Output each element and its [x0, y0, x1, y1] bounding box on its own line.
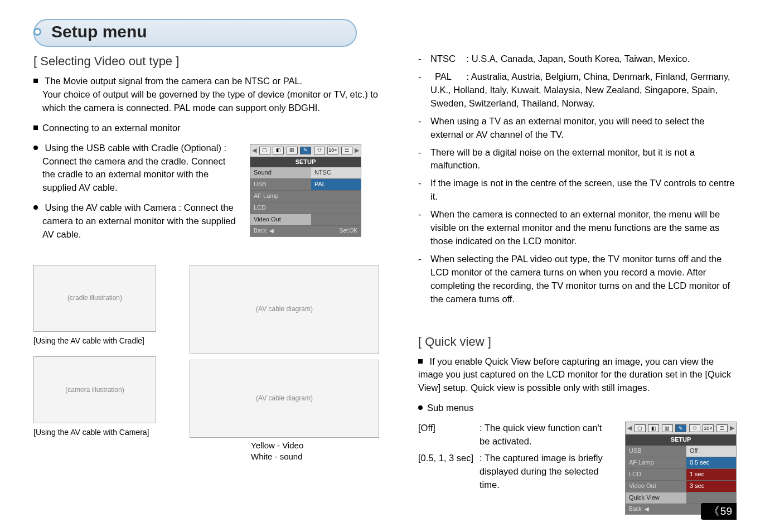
- setup-menu-box-1: ◀ ▢ ◧ ▥ ✎ ⚇ 10× ☰ ▶ SETUP SoundNTSCUSBPA…: [250, 144, 361, 237]
- av-camera-body: camera to an external monitor with the s…: [33, 215, 240, 241]
- pal-label: PAL: [430, 70, 464, 84]
- sub-off-val: : The quick view function can't be activ…: [480, 422, 608, 448]
- menu-item-left: LCD: [626, 469, 686, 481]
- menu-tab-icon: ▥: [287, 147, 298, 154]
- menu1: ◀ ▢ ◧ ▥ ✎ ⚇ 10× ☰ ▶ SETUP SoundNTSCUSBPA…: [250, 144, 361, 237]
- illustration-area: (cradle illustration) [Using the AV cabl…: [33, 265, 379, 462]
- illus-cap-camera: [Using the AV cable with Camera]: [33, 427, 178, 438]
- menu-tab-icon: ▢: [259, 147, 270, 154]
- menu1-back: Back: ◀: [254, 227, 274, 235]
- para-movie-output-line1: The Movie output signal from the camera …: [45, 76, 302, 86]
- menu2-title: SETUP: [626, 434, 736, 446]
- menu-item-left: USB: [250, 179, 311, 191]
- menu-item-right: 1 sec: [686, 469, 736, 481]
- note-tv-channel: - When using a TV as an external monitor…: [418, 115, 737, 142]
- note4-text: When the camera is connected to an exter…: [430, 208, 737, 248]
- menu-item-right: PAL: [311, 179, 361, 191]
- menu1-tabs: ◀ ▢ ◧ ▥ ✎ ⚇ 10× ☰ ▶: [250, 144, 361, 157]
- illus-right-col: (AV cable diagram) (AV cable diagram) Ye…: [190, 265, 379, 462]
- illus-bottom-cable: (AV cable diagram): [190, 360, 379, 438]
- para-av-camera: Using the AV cable with Camera : Connect…: [33, 201, 240, 241]
- menu-tab-icon: ⚇: [689, 424, 700, 432]
- ntsc-text: : U.S.A, Canada, Japan, South Korea, Tai…: [467, 54, 690, 64]
- menu2-back: Back: ◀: [629, 505, 649, 514]
- ntsc-label: NTSC: [430, 52, 464, 66]
- left-column: [ Selecting Video out type ] The Movie o…: [33, 52, 379, 515]
- menu-item-right: [311, 202, 361, 214]
- illus-cradle-image: (cradle illustration): [33, 265, 156, 332]
- right-notes-list: - NTSC : U.S.A, Canada, Japan, South Kor…: [418, 52, 737, 306]
- page-header: Setup menu: [33, 22, 737, 41]
- menu1-footer: Back: ◀ Set:OK: [250, 226, 361, 236]
- content-columns: [ Selecting Video out type ] The Movie o…: [33, 52, 737, 515]
- illus-cap-cradle: [Using the AV cable with Cradle]: [33, 335, 178, 346]
- setup-menu-box-2: ◀ ▢ ◧ ▥ ✎ ⚇ 10× ☰ ▶ SETUP USBOffAF Lamp0…: [625, 422, 737, 515]
- menu-item-left: AF Lamp: [250, 191, 311, 202]
- sub-sec-key: [0.5, 1, 3 sec]: [418, 452, 480, 492]
- menu-tab-icon: ⚇: [314, 147, 325, 154]
- menu-tab-icon: 10×: [703, 424, 714, 432]
- note-menu-visible: - When the camera is connected to an ext…: [418, 208, 737, 248]
- menu-item-right: Off: [686, 446, 736, 457]
- menu-tab-icon: ◧: [648, 424, 659, 432]
- usb-row: Using the USB cable with Cradle (Optiona…: [33, 142, 379, 248]
- menu-tab-icon: ▢: [635, 424, 646, 432]
- menu2: ◀ ▢ ◧ ▥ ✎ ⚇ 10× ☰ ▶ SETUP USBOffAF Lamp0…: [625, 422, 737, 515]
- menu-tab-icon: 10×: [327, 147, 338, 154]
- page-title: Setup menu: [51, 22, 147, 41]
- menu-item-left: USB: [626, 446, 686, 457]
- note-ntsc: - NTSC : U.S.A, Canada, Japan, South Kor…: [418, 52, 737, 66]
- sub-off: [Off] : The quick view function can't be…: [418, 422, 608, 448]
- menu-item-right: 0.5 sec: [686, 457, 736, 469]
- menu-item-right: NTSC: [311, 167, 361, 179]
- para-movie-output: The Movie output signal from the camera …: [33, 75, 379, 115]
- cable-color-label: Yellow - Video White - sound: [251, 440, 379, 462]
- page-number: 59: [701, 503, 737, 520]
- menu-item-left: Quick View: [626, 492, 686, 504]
- menu-item-right: [311, 214, 361, 226]
- menu1-set: Set:OK: [340, 227, 357, 235]
- menu-tab-icon: ◧: [273, 147, 284, 154]
- note-centre: - If the image is not in the centre of t…: [418, 177, 737, 204]
- illus-top-cable: (AV cable diagram): [190, 265, 379, 354]
- menu-tab-icon-active: ✎: [675, 424, 686, 432]
- menu-item-left: Video Out: [626, 481, 686, 492]
- para-sub-menus: Sub menus: [418, 402, 737, 415]
- sub-sec: [0.5, 1, 3 sec] : The captured image is …: [418, 452, 608, 492]
- illus-camera-image: (camera illustration): [33, 356, 156, 423]
- menu2-tabs: ◀ ▢ ◧ ▥ ✎ ⚇ 10× ☰ ▶: [626, 422, 736, 434]
- sub-sec-val: : The captured image is briefly displaye…: [480, 452, 608, 492]
- menu-item-left: Video Out: [250, 214, 311, 226]
- note-digital-noise: - There will be a digital noise on the e…: [418, 146, 737, 173]
- pal-text: : Australia, Austria, Belgium, China, De…: [430, 71, 730, 108]
- section-heading-quick-view: [ Quick view ]: [418, 333, 737, 351]
- sub-menu-block: [Off] : The quick view function can't be…: [418, 422, 737, 515]
- menu2-rows: USBOffAF Lamp0.5 secLCD1 secVideo Out3 s…: [626, 446, 736, 504]
- av-camera-title: Using the AV cable with Camera : Connect…: [45, 202, 234, 212]
- section-heading-video-out: [ Selecting Video out type ]: [33, 52, 379, 70]
- menu-tab-icon-active: ✎: [300, 147, 311, 154]
- menu1-rows: SoundNTSCUSBPALAF LampLCDVideo Out: [250, 167, 361, 226]
- menu-tab-icon: ☰: [716, 424, 728, 432]
- illus-left-col: (cradle illustration) [Using the AV cabl…: [33, 265, 178, 462]
- usb-cradle-body: Connect the camera and the cradle. Conne…: [33, 155, 240, 195]
- note2-text: There will be a digital noise on the ext…: [430, 146, 737, 173]
- note-pal: - PAL : Australia, Austria, Belgium, Chi…: [418, 70, 737, 110]
- sub-off-key: [Off]: [418, 422, 480, 448]
- para-connecting: Connecting to an external monitor: [33, 122, 379, 135]
- menu-tab-icon: ☰: [341, 147, 352, 154]
- menu-item-left: AF Lamp: [626, 457, 686, 469]
- usb-cradle-title: Using the USB cable with Cradle (Optiona…: [45, 143, 227, 153]
- para-usb-cradle: Using the USB cable with Cradle (Optiona…: [33, 142, 240, 195]
- menu-item-right: [686, 492, 736, 504]
- menu-item-right: [311, 191, 361, 202]
- qv-intro-text: If you enable Quick View before capturin…: [418, 356, 731, 393]
- note1-text: When using a TV as an external monitor, …: [430, 115, 737, 142]
- usb-text-block: Using the USB cable with Cradle (Optiona…: [33, 142, 240, 248]
- right-column: - NTSC : U.S.A, Canada, Japan, South Kor…: [418, 52, 737, 515]
- menu-tab-icon: ▥: [662, 424, 673, 432]
- note3-text: If the image is not in the centre of the…: [430, 177, 737, 204]
- cable-white: White - sound: [251, 451, 379, 462]
- menu-item-right: 3 sec: [686, 481, 736, 492]
- header-dot-icon: [33, 28, 41, 36]
